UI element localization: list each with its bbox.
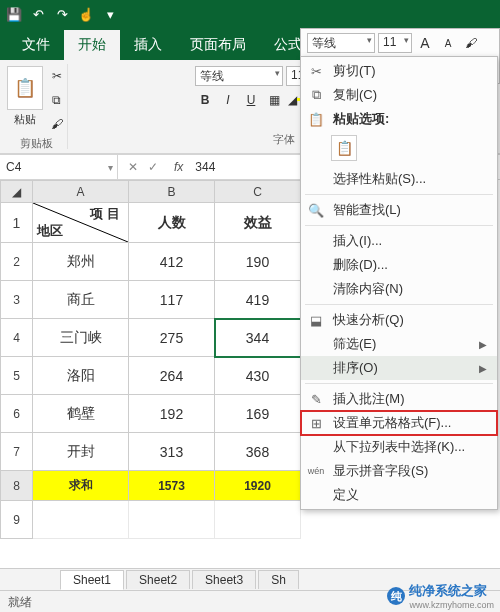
paste-option-default[interactable]: 📋 bbox=[331, 135, 357, 161]
cell[interactable]: 192 bbox=[129, 395, 215, 433]
menu-paste-special[interactable]: 选择性粘贴(S)... bbox=[301, 167, 497, 191]
touch-mode-icon[interactable]: ☝ bbox=[78, 6, 94, 22]
cell[interactable]: 商丘 bbox=[33, 281, 129, 319]
cell[interactable] bbox=[215, 501, 301, 539]
menu-filter[interactable]: 筛选(E)▶ bbox=[301, 332, 497, 356]
cell-selected[interactable]: 344 bbox=[215, 319, 301, 357]
font-name-combo[interactable]: 等线 bbox=[195, 66, 283, 86]
cell[interactable]: 430 bbox=[215, 357, 301, 395]
menu-delete[interactable]: 删除(D)... bbox=[301, 253, 497, 277]
cell[interactable]: 三门峡 bbox=[33, 319, 129, 357]
border-button[interactable]: ▦ bbox=[264, 90, 284, 110]
tab-home[interactable]: 开始 bbox=[64, 30, 120, 60]
table-row: 6鹤壁192169 bbox=[1, 395, 301, 433]
mini-increase-font-icon[interactable]: A bbox=[415, 33, 435, 53]
search-icon: 🔍 bbox=[307, 203, 325, 218]
sheet-tab-2[interactable]: Sheet2 bbox=[126, 570, 190, 589]
diag-top-label: 项 目 bbox=[90, 205, 120, 223]
menu-sort[interactable]: 排序(O)▶ bbox=[301, 356, 497, 380]
menu-smart-lookup[interactable]: 🔍智能查找(L) bbox=[301, 198, 497, 222]
menu-define-name[interactable]: 定义 bbox=[301, 483, 497, 507]
watermark-text: 纯净系统之家 bbox=[409, 582, 494, 600]
cell-b1[interactable]: 人数 bbox=[129, 203, 215, 243]
paste-label[interactable]: 粘贴 bbox=[7, 112, 43, 127]
menu-insert[interactable]: 插入(I)... bbox=[301, 229, 497, 253]
paste-button[interactable]: 📋 bbox=[7, 66, 43, 110]
row-header[interactable]: 7 bbox=[1, 433, 33, 471]
comment-icon: ✎ bbox=[307, 392, 325, 407]
cell[interactable]: 鹤壁 bbox=[33, 395, 129, 433]
tab-layout[interactable]: 页面布局 bbox=[176, 30, 260, 60]
mini-font-name[interactable]: 等线 bbox=[307, 33, 375, 53]
menu-copy[interactable]: ⧉复制(C) bbox=[301, 83, 497, 107]
menu-label: 筛选(E) bbox=[333, 335, 376, 353]
cell[interactable]: 313 bbox=[129, 433, 215, 471]
select-all-corner[interactable]: ◢ bbox=[1, 181, 33, 203]
mini-font-size[interactable]: 11 bbox=[378, 33, 412, 53]
cell[interactable]: 开封 bbox=[33, 433, 129, 471]
mini-decrease-font-icon[interactable]: A bbox=[438, 33, 458, 53]
menu-show-phonetic[interactable]: wén显示拼音字段(S) bbox=[301, 459, 497, 483]
clipboard-group-label: 剪贴板 bbox=[20, 134, 53, 151]
cell-sum-label[interactable]: 求和 bbox=[33, 471, 129, 501]
cell-c1[interactable]: 效益 bbox=[215, 203, 301, 243]
tab-file[interactable]: 文件 bbox=[8, 30, 64, 60]
cell[interactable]: 117 bbox=[129, 281, 215, 319]
cell[interactable]: 190 bbox=[215, 243, 301, 281]
row-header[interactable]: 8 bbox=[1, 471, 33, 501]
menu-insert-comment[interactable]: ✎插入批注(M) bbox=[301, 387, 497, 411]
cell-a1-diagonal[interactable]: 项 目 地区 bbox=[33, 203, 129, 243]
col-header-a[interactable]: A bbox=[33, 181, 129, 203]
cell[interactable]: 264 bbox=[129, 357, 215, 395]
row-header[interactable]: 3 bbox=[1, 281, 33, 319]
italic-button[interactable]: I bbox=[218, 90, 238, 110]
submenu-arrow-icon: ▶ bbox=[479, 363, 487, 374]
underline-button[interactable]: U bbox=[241, 90, 261, 110]
cell[interactable] bbox=[33, 501, 129, 539]
cell-sum-b[interactable]: 1573 bbox=[129, 471, 215, 501]
row-header[interactable]: 9 bbox=[1, 501, 33, 539]
row-header-1[interactable]: 1 bbox=[1, 203, 33, 243]
menu-separator bbox=[305, 383, 493, 384]
row-header[interactable]: 6 bbox=[1, 395, 33, 433]
cell[interactable]: 275 bbox=[129, 319, 215, 357]
format-painter-icon[interactable]: 🖌 bbox=[47, 114, 67, 134]
menu-quick-analysis[interactable]: ⬓快速分析(Q) bbox=[301, 308, 497, 332]
row-header[interactable]: 5 bbox=[1, 357, 33, 395]
col-header-c[interactable]: C bbox=[215, 181, 301, 203]
menu-paste-options-title: 📋粘贴选项: bbox=[301, 107, 497, 131]
sheet-tab-3[interactable]: Sheet3 bbox=[192, 570, 256, 589]
mini-format-painter-icon[interactable]: 🖌 bbox=[461, 33, 481, 53]
cell[interactable]: 419 bbox=[215, 281, 301, 319]
cell[interactable]: 169 bbox=[215, 395, 301, 433]
cell[interactable]: 郑州 bbox=[33, 243, 129, 281]
copy-icon[interactable]: ⧉ bbox=[47, 90, 67, 110]
redo-icon[interactable]: ↷ bbox=[54, 6, 70, 22]
cell-sum-c[interactable]: 1920 bbox=[215, 471, 301, 501]
menu-cut[interactable]: ✂剪切(T) bbox=[301, 59, 497, 83]
cut-icon[interactable]: ✂ bbox=[47, 66, 67, 86]
cancel-formula-icon[interactable]: ✕ bbox=[128, 160, 138, 174]
row-header[interactable]: 4 bbox=[1, 319, 33, 357]
column-headers: ◢ A B C bbox=[1, 181, 301, 203]
watermark-url: www.kzmyhome.com bbox=[409, 600, 494, 610]
sheet-tab-4[interactable]: Sh bbox=[258, 570, 299, 589]
undo-icon[interactable]: ↶ bbox=[30, 6, 46, 22]
sheet-tab-1[interactable]: Sheet1 bbox=[60, 570, 124, 590]
cell[interactable]: 洛阳 bbox=[33, 357, 129, 395]
fx-icon[interactable]: fx bbox=[168, 160, 189, 174]
col-header-b[interactable]: B bbox=[129, 181, 215, 203]
cell[interactable]: 368 bbox=[215, 433, 301, 471]
menu-format-cells[interactable]: ⊞设置单元格格式(F)... bbox=[301, 411, 497, 435]
qat-dropdown-icon[interactable]: ▾ bbox=[102, 6, 118, 22]
name-box[interactable]: C4 bbox=[0, 155, 118, 179]
menu-clear[interactable]: 清除内容(N) bbox=[301, 277, 497, 301]
cell[interactable]: 412 bbox=[129, 243, 215, 281]
enter-formula-icon[interactable]: ✓ bbox=[148, 160, 158, 174]
row-header[interactable]: 2 bbox=[1, 243, 33, 281]
save-icon[interactable]: 💾 bbox=[6, 6, 22, 22]
tab-insert[interactable]: 插入 bbox=[120, 30, 176, 60]
menu-pick-from-list[interactable]: 从下拉列表中选择(K)... bbox=[301, 435, 497, 459]
cell[interactable] bbox=[129, 501, 215, 539]
bold-button[interactable]: B bbox=[195, 90, 215, 110]
